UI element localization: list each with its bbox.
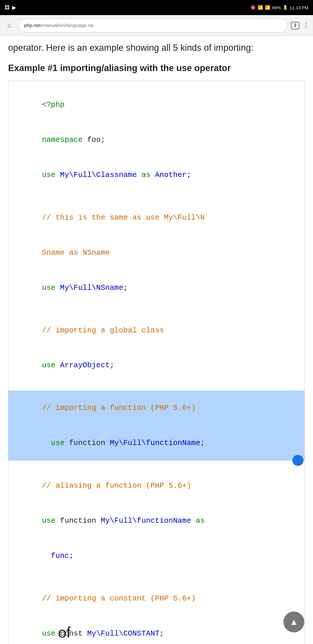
image-icon: 🖼	[5, 5, 10, 11]
code-line-19: // importing a constant (PHP 5.6+)	[15, 581, 298, 616]
code-line-11	[15, 383, 298, 390]
code-line-13: use function My\Full\functionName;	[8, 426, 305, 461]
code-line-12: // importing a function (PHP 5.6+)	[8, 390, 305, 426]
code-line-18	[15, 573, 298, 581]
code-line-8	[15, 305, 298, 313]
code-line-17: func;	[15, 538, 298, 574]
browser-bar: ⌂ php.net /manual/en/language.na 2 ⋮	[0, 15, 313, 36]
battery-level: 89%	[272, 5, 281, 10]
menu-button[interactable]: ⋮	[303, 22, 310, 29]
page-content: operator. Here is an example showing all…	[0, 36, 313, 644]
code-line-1: <?php	[15, 87, 298, 122]
code-line-15: // aliasing a function (PHP 5.6+)	[15, 468, 298, 503]
code-line-9: // importing a global class	[15, 313, 298, 348]
url-path: /manual/en/language.na	[41, 23, 93, 28]
code-line-13-wrapper: use function My\Full\functionName;	[15, 426, 298, 461]
mute-icon: 🔇	[250, 5, 256, 10]
selection-handle-right	[292, 455, 303, 466]
youtube-icon: ▶	[12, 4, 16, 11]
home-icon: ⌂	[7, 22, 11, 29]
wifi-icon: 📶	[258, 5, 263, 10]
status-bar: 🖼 ▶ 🔇 📶 📶 89% 🔋 11:13 PM	[0, 0, 313, 15]
code-line-6: Sname as NSname	[15, 235, 298, 270]
clock: 11:13 PM	[290, 5, 308, 10]
bottom-of-text: of	[58, 624, 70, 641]
url-domain: php.net	[24, 23, 41, 28]
battery-icon: 🔋	[283, 5, 288, 10]
status-bar-right: 🔇 📶 📶 89% 🔋 11:13 PM	[250, 5, 308, 10]
example-heading: Example #1 importing/aliasing with the u…	[8, 62, 305, 74]
scroll-to-top-button[interactable]: ▲	[283, 612, 304, 632]
code-line-4	[15, 193, 298, 200]
tab-count[interactable]: 2	[291, 22, 299, 29]
status-bar-left: 🖼 ▶	[5, 4, 16, 11]
code-line-5: // this is the same as use My\Full\N	[15, 200, 298, 235]
code-line-3: use My\Full\Classname as Another;	[15, 158, 298, 193]
intro-text: operator. Here is an example showing all…	[8, 36, 305, 59]
address-bar[interactable]: php.net /manual/en/language.na	[19, 19, 287, 32]
code-line-20: use const My\Full\CONSTANT;	[15, 616, 298, 644]
code-line-14	[15, 461, 298, 468]
code-line-16: use function My\Full\functionName as	[15, 503, 298, 538]
signal-icon: 📶	[265, 5, 270, 10]
code-line-7: use My\Full\NSname;	[15, 270, 298, 305]
code-line-10: use ArrayObject;	[15, 348, 298, 383]
home-button[interactable]: ⌂	[3, 20, 15, 31]
scroll-top-icon: ▲	[290, 617, 298, 627]
code-block: <?php namespace foo; use My\Full\Classna…	[8, 81, 305, 644]
code-line-2: namespace foo;	[15, 122, 298, 158]
